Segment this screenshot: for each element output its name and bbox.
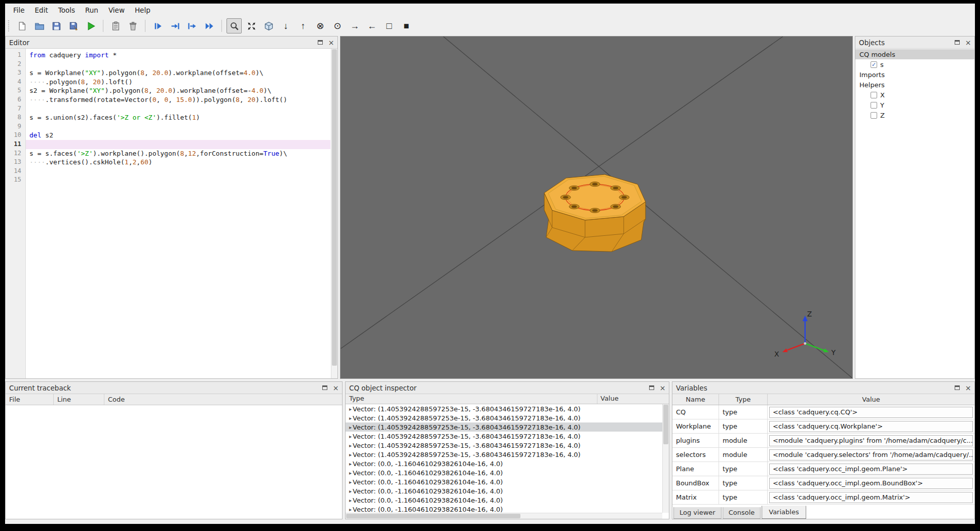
- editor-line-15[interactable]: 15: [6, 175, 330, 185]
- view-down-icon[interactable]: ↓: [278, 18, 293, 33]
- new-file-icon[interactable]: [14, 18, 29, 33]
- expand-arrow-icon[interactable]: ▸: [346, 498, 353, 503]
- variable-row-matrix[interactable]: Matrixtype<class 'cadquery.occ_impl.geom…: [672, 490, 974, 505]
- toolbar-handle[interactable]: [8, 20, 11, 31]
- traceback-header-code[interactable]: Code: [104, 394, 342, 405]
- view-right-icon[interactable]: →: [347, 18, 362, 33]
- fit-view-icon[interactable]: [227, 18, 242, 33]
- editor-line-2[interactable]: 2: [6, 60, 330, 69]
- variable-value[interactable]: <class 'cadquery.cq.CQ'>: [769, 407, 973, 418]
- view-left-icon[interactable]: ←: [364, 18, 380, 33]
- continue-icon[interactable]: [202, 18, 217, 33]
- float-panel-button[interactable]: [648, 384, 655, 392]
- fit-all-icon[interactable]: [244, 18, 259, 33]
- view-up-icon[interactable]: ↑: [295, 18, 311, 33]
- code-editor[interactable]: 1from cadquery import *23s = Workplane("…: [6, 49, 337, 378]
- inspector-header-type[interactable]: Type: [346, 394, 597, 404]
- variable-row-plane[interactable]: Planetype<class 'cadquery.occ_impl.geom.…: [672, 462, 974, 476]
- variable-value[interactable]: <class 'cadquery.occ_impl.geom.BoundBox'…: [769, 478, 973, 489]
- menu-view[interactable]: View: [103, 5, 130, 16]
- scrollbar-thumb[interactable]: [663, 405, 668, 444]
- tree-item-cq-models[interactable]: CQ models: [855, 49, 974, 59]
- inspector-row[interactable]: ▸Vector: (0.0, -1.1604610293826104e-16, …: [346, 459, 662, 468]
- inspector-row[interactable]: ▸Vector: (1.4053924288597253e-15, -3.680…: [346, 413, 662, 422]
- step-into-icon[interactable]: [167, 18, 182, 33]
- editor-line-9[interactable]: 9: [6, 122, 330, 131]
- traceback-header-line[interactable]: Line: [54, 394, 104, 405]
- inspector-row[interactable]: ▸Vector: (1.4053924288597253e-15, -3.680…: [346, 404, 662, 413]
- view-back-icon[interactable]: ⊙: [330, 18, 345, 33]
- tree-item-x[interactable]: X: [855, 90, 974, 100]
- editor-line-11[interactable]: 11: [6, 140, 330, 149]
- inspector-row[interactable]: ▸Vector: (0.0, -1.1604610293826104e-16, …: [346, 468, 662, 477]
- expand-arrow-icon[interactable]: ▸: [346, 415, 353, 421]
- variable-value[interactable]: <module 'cadquery.plugins' from '/home/a…: [769, 435, 973, 446]
- open-file-icon[interactable]: [31, 18, 47, 33]
- editor-line-4[interactable]: 4····.polygon(8, 20).loft(): [6, 78, 330, 87]
- close-panel-button[interactable]: ×: [659, 384, 666, 392]
- tab-log-viewer[interactable]: Log viewer: [673, 507, 722, 519]
- variables-header-name[interactable]: Name: [672, 394, 719, 405]
- variable-row-boundbox[interactable]: BoundBoxtype<class 'cadquery.occ_impl.ge…: [672, 476, 974, 490]
- variable-row-cq[interactable]: CQtype<class 'cadquery.cq.CQ'>: [672, 405, 974, 419]
- editor-line-13[interactable]: 13····.vertices().cskHole(1,2,60): [6, 158, 330, 167]
- variables-header-type[interactable]: Type: [719, 394, 768, 405]
- expand-arrow-icon[interactable]: ▸: [346, 488, 353, 494]
- float-panel-button[interactable]: [321, 384, 328, 392]
- expand-arrow-icon[interactable]: ▸: [346, 443, 353, 448]
- checkbox-x[interactable]: [871, 92, 877, 98]
- iso-view-icon[interactable]: [261, 18, 276, 33]
- tree-item-s[interactable]: ✓s: [855, 59, 974, 69]
- menu-help[interactable]: Help: [130, 5, 156, 16]
- variables-header-value[interactable]: Value: [768, 394, 974, 405]
- inspector-row[interactable]: ▸Vector: (1.4053924288597253e-15, -3.680…: [346, 422, 662, 432]
- close-panel-button[interactable]: ×: [332, 384, 340, 392]
- tab-variables[interactable]: Variables: [762, 506, 806, 519]
- editor-line-10[interactable]: 10del s2: [6, 131, 330, 140]
- cad-model[interactable]: [544, 174, 646, 252]
- close-panel-button[interactable]: ×: [964, 384, 972, 392]
- expand-arrow-icon[interactable]: ▸: [346, 479, 353, 485]
- inspector-row[interactable]: ▸Vector: (0.0, -1.1604610293826104e-16, …: [346, 495, 662, 505]
- variable-row-selectors[interactable]: selectorsmodule<module 'cadquery.selecto…: [672, 448, 974, 462]
- save-icon[interactable]: [49, 18, 64, 33]
- variable-value[interactable]: <class 'cadquery.occ_impl.geom.Plane'>: [769, 464, 973, 475]
- expand-arrow-icon[interactable]: ▸: [346, 507, 353, 512]
- editor-scrollbar[interactable]: [331, 49, 337, 378]
- expand-arrow-icon[interactable]: ▸: [346, 406, 353, 412]
- shaded-icon[interactable]: ■: [399, 18, 414, 33]
- view-front-icon[interactable]: ⊗: [313, 18, 328, 33]
- expand-arrow-icon[interactable]: ▸: [346, 470, 353, 476]
- inspector-row[interactable]: ▸Vector: (1.4053924288597253e-15, -3.680…: [346, 441, 662, 450]
- inspector-row[interactable]: ▸Vector: (0.0, -1.1604610293826104e-16, …: [346, 505, 662, 513]
- editor-line-8[interactable]: 8s = s.union(s2).faces('>Z or <Z').fille…: [6, 113, 330, 122]
- scrollbar-thumb[interactable]: [346, 514, 520, 518]
- editor-line-6[interactable]: 6····.transformed(rotate=Vector(0, 0, 15…: [6, 95, 330, 104]
- delete-icon[interactable]: [125, 18, 140, 33]
- debug-icon[interactable]: [108, 18, 123, 33]
- variable-row-workplane[interactable]: Workplanetype<class 'cadquery.cq.Workpla…: [672, 419, 974, 434]
- render-icon[interactable]: [83, 18, 98, 33]
- save-as-icon[interactable]: [66, 18, 81, 33]
- inspector-row[interactable]: ▸Vector: (1.4053924288597253e-15, -3.680…: [346, 432, 662, 441]
- expand-arrow-icon[interactable]: ▸: [346, 424, 353, 430]
- float-panel-button[interactable]: [953, 39, 961, 46]
- inspector-row[interactable]: ▸Vector: (1.4053924288597253e-15, -3.680…: [346, 450, 662, 459]
- tree-item-y[interactable]: Y: [855, 100, 974, 110]
- expand-arrow-icon[interactable]: ▸: [346, 452, 353, 457]
- editor-line-7[interactable]: 7: [6, 104, 330, 114]
- expand-arrow-icon[interactable]: ▸: [346, 434, 353, 439]
- variable-value[interactable]: <class 'cadquery.cq.Workplane'>: [769, 421, 973, 432]
- tree-item-imports[interactable]: Imports: [855, 69, 974, 80]
- close-panel-button[interactable]: ×: [327, 39, 335, 46]
- step-out-icon[interactable]: [184, 18, 200, 33]
- editor-line-14[interactable]: 14: [6, 167, 330, 176]
- inspector-row[interactable]: ▸Vector: (0.0, -1.1604610293826104e-16, …: [346, 486, 662, 495]
- wireframe-icon[interactable]: □: [382, 18, 397, 33]
- inspector-header-value[interactable]: Value: [597, 394, 669, 404]
- float-panel-button[interactable]: [316, 39, 324, 46]
- tree-item-helpers[interactable]: Helpers: [855, 80, 974, 90]
- menu-run[interactable]: Run: [80, 5, 103, 16]
- scrollbar-thumb[interactable]: [332, 49, 337, 366]
- viewport-3d[interactable]: Z Y X: [341, 37, 852, 378]
